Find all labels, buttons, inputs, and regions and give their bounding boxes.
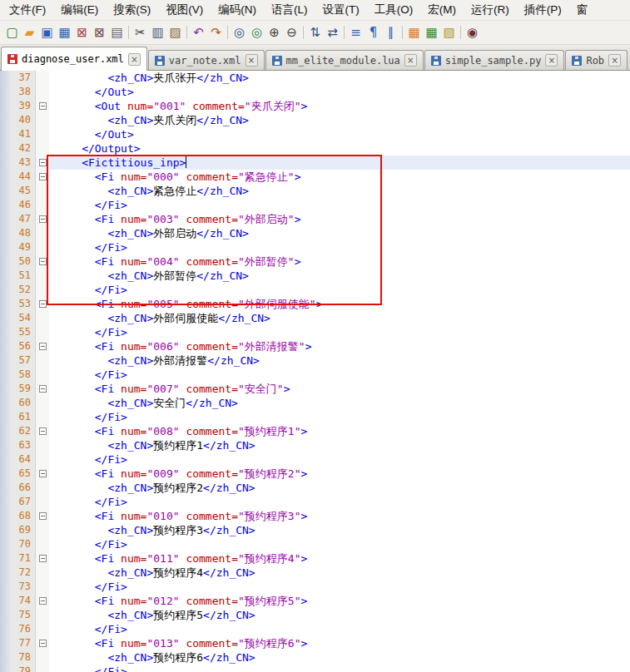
code-text[interactable]: </Fi> xyxy=(49,495,630,509)
sync-vertical-scroll-icon[interactable]: ⇅ xyxy=(306,24,324,42)
tab-close-icon[interactable]: × xyxy=(608,54,621,67)
fold-collapse-icon[interactable] xyxy=(39,597,47,605)
tab-close-icon[interactable]: × xyxy=(246,54,258,67)
fold-collapse-icon[interactable] xyxy=(39,470,47,477)
code-text[interactable]: <Fi num="005" comment="外部伺服使能"> xyxy=(49,297,630,311)
function-list-icon[interactable]: ▦ xyxy=(423,24,440,42)
menu-item-6[interactable]: 语言(L) xyxy=(264,0,315,20)
code-text[interactable]: </Fi> xyxy=(49,198,630,212)
code-text[interactable]: <zh_CN>预约程序3</zh_CN> xyxy=(49,523,630,537)
tab-3[interactable]: mm_elite_module.lua× xyxy=(265,50,424,70)
fold-collapse-icon[interactable] xyxy=(39,427,47,435)
code-text[interactable]: </Fi> xyxy=(49,325,630,339)
redo-icon[interactable]: ↷ xyxy=(207,24,225,42)
code-text[interactable]: <Fi num="012" comment="预约程序5"> xyxy=(49,594,630,608)
menu-item-8[interactable]: 工具(O) xyxy=(367,0,421,20)
paste-icon[interactable]: ▨ xyxy=(166,24,184,42)
code-text[interactable]: <Fictitious_inp> xyxy=(49,156,630,170)
undo-icon[interactable]: ↶ xyxy=(190,24,207,42)
new-file-icon[interactable]: ▢ xyxy=(3,24,21,42)
code-text[interactable]: <Fi num="003" comment="外部启动"> xyxy=(49,212,630,226)
zoom-out-icon[interactable]: ⊖ xyxy=(283,24,300,42)
fold-collapse-icon[interactable] xyxy=(39,343,47,350)
menu-item-5[interactable]: 编码(N) xyxy=(211,0,264,20)
code-text[interactable]: </Fi> xyxy=(49,452,630,467)
code-text[interactable]: </Out> xyxy=(49,85,630,99)
tab-close-icon[interactable]: × xyxy=(404,54,417,67)
code-text[interactable]: <zh_CN>安全门</zh_CN> xyxy=(49,396,630,410)
indent-guide-icon[interactable]: ∥ xyxy=(382,24,399,42)
tab-2[interactable]: var_note.xml× xyxy=(148,50,265,70)
fold-collapse-icon[interactable] xyxy=(39,173,47,180)
fold-collapse-icon[interactable] xyxy=(39,300,47,308)
code-text[interactable]: <zh_CN>夹爪张开</zh_CN> xyxy=(49,71,630,85)
tab-5[interactable]: Rob× xyxy=(565,50,628,70)
print-icon[interactable]: ▤ xyxy=(108,24,126,42)
open-folder-icon[interactable]: ▰ xyxy=(21,24,38,42)
menu-item-7[interactable]: 设置(T) xyxy=(315,0,367,20)
code-text[interactable]: <Fi num="007" comment="安全门"> xyxy=(49,382,630,396)
tab-close-icon[interactable]: × xyxy=(128,53,141,66)
code-text[interactable]: <zh_CN>预约程序6</zh_CN> xyxy=(49,650,630,665)
code-text[interactable]: </Fi> xyxy=(49,240,630,254)
menu-item-12[interactable]: 窗 xyxy=(569,0,596,20)
code-text[interactable]: <Fi num="011" comment="预约程序4"> xyxy=(49,551,630,566)
menu-item-9[interactable]: 宏(M) xyxy=(420,0,464,20)
menu-item-1[interactable]: 文件(F) xyxy=(2,0,53,20)
replace-icon[interactable]: ◎ xyxy=(248,24,265,42)
code-text[interactable]: </Fi> xyxy=(49,368,630,382)
copy-icon[interactable]: ▥ xyxy=(149,24,166,42)
code-text[interactable]: </Fi> xyxy=(49,580,630,594)
code-text[interactable]: <Fi num="010" comment="预约程序3"> xyxy=(49,509,630,523)
tab-1[interactable]: diagnose_user.xml× xyxy=(1,47,147,71)
code-text[interactable]: </Fi> xyxy=(49,410,630,424)
find-icon[interactable]: ◎ xyxy=(231,24,248,42)
menu-item-4[interactable]: 视图(V) xyxy=(158,0,211,20)
monitoring-eye-icon[interactable]: ◉ xyxy=(464,24,481,42)
fold-collapse-icon[interactable] xyxy=(39,512,47,520)
code-text[interactable]: <zh_CN>预约程序2</zh_CN> xyxy=(49,481,630,495)
show-all-characters-icon[interactable]: ¶ xyxy=(365,24,382,42)
cut-icon[interactable]: ✂ xyxy=(131,24,149,42)
code-text[interactable]: </Fi> xyxy=(49,537,630,551)
fold-collapse-icon[interactable] xyxy=(39,555,47,562)
fold-collapse-icon[interactable] xyxy=(39,385,47,393)
tab-4[interactable]: simple_sample.py× xyxy=(424,50,565,70)
code-text[interactable]: <zh_CN>夹爪关闭</zh_CN> xyxy=(49,113,630,127)
code-text[interactable]: <zh_CN>外部伺服使能</zh_CN> xyxy=(49,311,630,325)
word-wrap-icon[interactable]: ≡ xyxy=(347,24,365,42)
code-text[interactable]: <Out num="001" comment="夹爪关闭"> xyxy=(49,99,630,113)
fold-collapse-icon[interactable] xyxy=(39,640,47,647)
code-text[interactable]: <zh_CN>外部启动</zh_CN> xyxy=(49,226,630,240)
fold-collapse-icon[interactable] xyxy=(39,258,47,265)
code-text[interactable]: <Fi num="008" comment="预约程序1"> xyxy=(49,424,630,438)
menu-item-10[interactable]: 运行(R) xyxy=(464,0,517,20)
code-text[interactable]: <zh_CN>紧急停止</zh_CN> xyxy=(49,184,630,198)
code-text[interactable]: </Fi> xyxy=(49,665,630,672)
code-text[interactable]: <Fi num="006" comment="外部清报警"> xyxy=(49,339,630,353)
code-text[interactable]: <Fi num="009" comment="预约程序2"> xyxy=(49,467,630,481)
code-text[interactable]: </Fi> xyxy=(49,622,630,636)
menu-item-11[interactable]: 插件(P) xyxy=(517,0,569,20)
save-all-icon[interactable]: ▦ xyxy=(56,24,73,42)
close-icon[interactable]: ⊠ xyxy=(73,24,91,42)
close-all-icon[interactable]: ⊠ xyxy=(91,24,108,42)
code-text[interactable]: <zh_CN>预约程序5</zh_CN> xyxy=(49,608,630,622)
code-text[interactable]: </Fi> xyxy=(49,283,630,297)
code-text[interactable]: <Fi num="000" comment="紧急停止"> xyxy=(49,170,630,184)
code-text[interactable]: <zh_CN>外部清报警</zh_CN> xyxy=(49,353,630,368)
menu-item-3[interactable]: 搜索(S) xyxy=(106,0,158,20)
folder-workspace-icon[interactable]: ▧ xyxy=(440,24,458,42)
code-text[interactable]: </Out> xyxy=(49,127,630,141)
zoom-in-icon[interactable]: ⊕ xyxy=(265,24,283,42)
code-text[interactable]: <Fi num="013" comment="预约程序6"> xyxy=(49,636,630,650)
fold-collapse-icon[interactable] xyxy=(39,215,47,223)
menu-item-2[interactable]: 编辑(E) xyxy=(53,0,106,20)
code-text[interactable]: <zh_CN>预约程序1</zh_CN> xyxy=(49,438,630,452)
save-icon[interactable]: ▣ xyxy=(38,24,56,42)
fold-collapse-icon[interactable] xyxy=(39,159,47,166)
code-text[interactable]: <Fi num="004" comment="外部暂停"> xyxy=(49,254,630,269)
editor-area[interactable]: 37 <zh_CN>夹爪张开</zh_CN>38 </Out>39 <Out n… xyxy=(0,71,630,672)
code-text[interactable]: <zh_CN>外部暂停</zh_CN> xyxy=(49,269,630,283)
code-text[interactable]: <zh_CN>预约程序4</zh_CN> xyxy=(49,566,630,580)
